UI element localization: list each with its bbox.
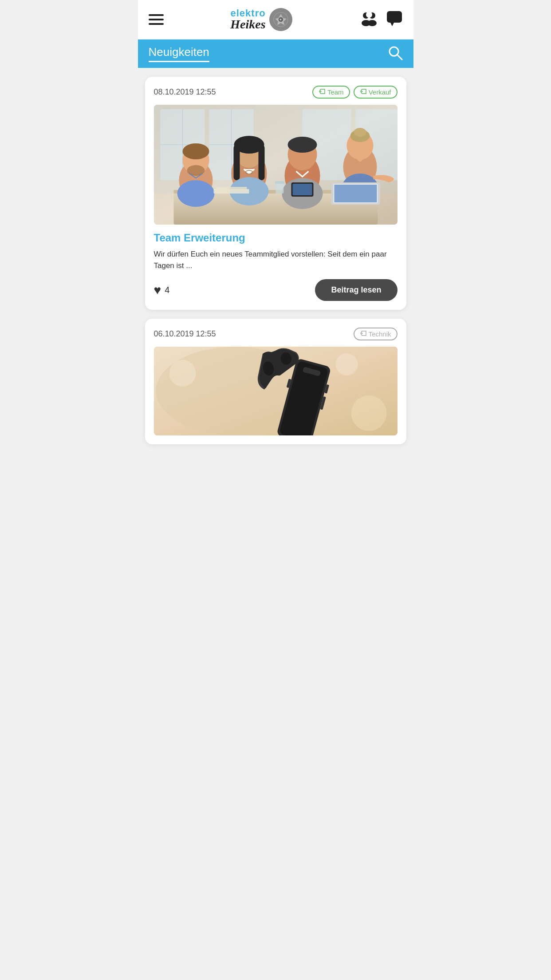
svg-point-70 xyxy=(351,395,386,431)
svg-marker-8 xyxy=(390,23,394,26)
post-image-2 xyxy=(154,347,398,435)
svg-point-69 xyxy=(169,360,196,387)
tag-team[interactable]: Team xyxy=(312,86,350,99)
post-card-2: 06.10.2019 12:55 Technik xyxy=(145,319,406,444)
chat-icon[interactable] xyxy=(386,10,403,29)
svg-point-12 xyxy=(361,91,362,92)
tag-team-icon xyxy=(319,88,326,96)
hamburger-menu[interactable] xyxy=(149,14,164,25)
tag-technik[interactable]: Technik xyxy=(354,328,398,340)
svg-point-5 xyxy=(368,20,377,26)
header-icons xyxy=(359,10,403,29)
card-tags-2: Technik xyxy=(354,328,398,340)
tag-technik-icon xyxy=(360,330,367,338)
nav-bar: Neuigkeiten xyxy=(138,40,413,68)
read-button-1[interactable]: Beitrag lesen xyxy=(315,279,397,301)
logo: elektro Heikes xyxy=(230,8,292,31)
nav-title: Neuigkeiten xyxy=(149,45,209,62)
svg-point-71 xyxy=(335,353,358,375)
svg-point-6 xyxy=(366,12,372,18)
tag-team-label: Team xyxy=(327,88,344,96)
card-header-1: 08.10.2019 12:55 Team xyxy=(154,86,398,99)
card-tags-1: Team Verkauf xyxy=(312,86,398,99)
app-header: elektro Heikes xyxy=(138,0,413,40)
post-title-1: Team Erweiterung xyxy=(154,232,398,244)
team-icon[interactable] xyxy=(359,11,379,28)
tag-verkauf[interactable]: Verkauf xyxy=(354,86,398,99)
like-count-1: 4 xyxy=(165,285,169,295)
post-date-1: 08.10.2019 12:55 xyxy=(154,87,216,97)
logo-emblem xyxy=(269,8,292,31)
tag-verkauf-label: Verkauf xyxy=(369,88,391,96)
post-image-1 xyxy=(154,105,398,225)
tag-verkauf-icon xyxy=(360,88,367,96)
svg-point-58 xyxy=(361,333,362,334)
svg-line-10 xyxy=(397,55,402,59)
svg-rect-7 xyxy=(387,11,402,23)
phone-image-svg xyxy=(154,347,398,435)
logo-elektro: elektro xyxy=(231,8,266,18)
card-header-2: 06.10.2019 12:55 Technik xyxy=(154,328,398,340)
post-card-1: 08.10.2019 12:55 Team xyxy=(145,77,406,310)
svg-point-11 xyxy=(320,91,321,92)
like-section-1: ♥ 4 xyxy=(154,283,170,297)
svg-rect-57 xyxy=(154,105,398,225)
team-image-svg xyxy=(154,105,398,225)
heart-icon-1[interactable]: ♥ xyxy=(154,283,161,297)
logo-emblem-svg xyxy=(273,12,289,28)
logo-heikes: Heikes xyxy=(230,18,265,31)
content-area: 08.10.2019 12:55 Team xyxy=(138,68,413,453)
tag-technik-label: Technik xyxy=(369,330,391,338)
card-footer-1: ♥ 4 Beitrag lesen xyxy=(154,279,398,301)
post-excerpt-1: Wir dürfen Euch ein neues Teammitglied v… xyxy=(154,249,398,271)
post-date-2: 06.10.2019 12:55 xyxy=(154,329,216,339)
search-button[interactable] xyxy=(388,45,403,62)
logo-text: elektro Heikes xyxy=(230,8,265,31)
